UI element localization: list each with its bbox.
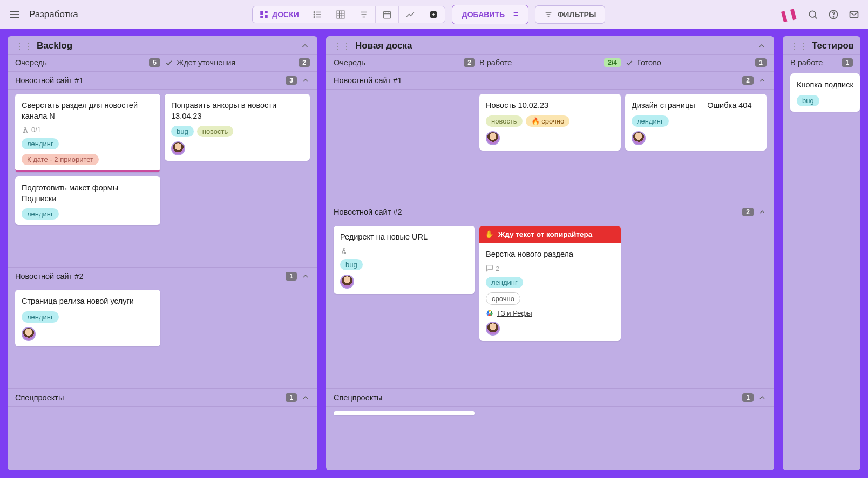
card-title: Сверстать раздел для новостей канала N bbox=[22, 100, 154, 121]
column-label: Готово bbox=[637, 58, 661, 67]
card[interactable]: Страница релиза новой услуги лендинг bbox=[15, 290, 160, 346]
card[interactable]: Поправить анкоры в новости 13.04.23 bug … bbox=[165, 94, 310, 161]
tab-more[interactable] bbox=[422, 6, 445, 23]
column-queue[interactable]: Очередь 2 bbox=[334, 58, 475, 67]
section-header[interactable]: Новостной сайт #1 2 bbox=[326, 71, 774, 90]
cards-col-queue: Сверстать раздел для новостей канала N 0… bbox=[15, 94, 160, 225]
column-label: Очередь bbox=[15, 58, 47, 67]
column-count: 2/4 bbox=[604, 58, 621, 67]
avatar bbox=[171, 141, 185, 155]
tab-list[interactable] bbox=[306, 6, 329, 23]
chevron-up-icon[interactable] bbox=[301, 393, 310, 402]
section-count: 1 bbox=[742, 393, 754, 402]
search-icon[interactable] bbox=[808, 9, 818, 20]
svg-point-34 bbox=[25, 127, 26, 128]
board-backlog: ⋮⋮ Backlog Очередь 5 Ждет уточнения 2 bbox=[8, 36, 317, 470]
tag-urgent-outline: срочно bbox=[486, 292, 520, 305]
tag-news: новость bbox=[197, 126, 234, 137]
column-inprogress[interactable]: В работе 1 bbox=[790, 58, 853, 67]
collapse-icon[interactable] bbox=[300, 41, 310, 51]
tab-boards[interactable]: ДОСКИ bbox=[253, 6, 306, 23]
drag-handle-icon[interactable]: ⋮⋮ bbox=[334, 41, 351, 51]
tags: лендинг bbox=[22, 208, 154, 220]
tab-chart[interactable] bbox=[399, 6, 422, 23]
card[interactable]: Редирект на новые URL bug bbox=[334, 226, 475, 294]
filters-label: ФИЛЬТРЫ bbox=[557, 10, 596, 19]
column-label: В работе bbox=[479, 58, 512, 67]
tags: bug bbox=[797, 95, 853, 106]
section-header[interactable]: Новостной сайт #1 3 bbox=[8, 71, 317, 90]
card[interactable]: Новость 10.02.23 новость 🔥 срочно bbox=[479, 94, 621, 151]
card-blocked[interactable]: ✋ Жду текст от копирайтера Верстка новог… bbox=[479, 226, 621, 341]
tab-table[interactable] bbox=[329, 6, 352, 23]
cards-row: Редирект на новые URL bug ✋ bbox=[326, 221, 774, 345]
subtask-indicator bbox=[340, 247, 469, 255]
board-new: ⋮⋮ Новая доска Очередь 2 В работе 2/4 Го… bbox=[326, 36, 774, 470]
columns-row: В работе 1 bbox=[783, 55, 860, 71]
section-header[interactable]: Новостной сайт #2 2 bbox=[326, 203, 774, 221]
card[interactable]: Подготовить макет формы Подписки лендинг bbox=[15, 176, 160, 225]
column-count: 1 bbox=[842, 58, 853, 67]
blocked-banner: ✋ Жду текст от копирайтера bbox=[479, 226, 621, 243]
chevron-up-icon[interactable] bbox=[758, 208, 767, 216]
chevron-up-icon[interactable] bbox=[758, 393, 767, 402]
book-icon[interactable]: ❚❚ bbox=[778, 6, 799, 23]
section-title: Спецпроекты bbox=[15, 393, 281, 402]
tags: срочно bbox=[486, 292, 614, 305]
mail-icon[interactable] bbox=[849, 9, 859, 20]
section-header[interactable]: Спецпроекты 1 bbox=[8, 388, 317, 407]
cards-row bbox=[326, 407, 774, 420]
svg-marker-41 bbox=[489, 310, 491, 312]
tag-urgent: 🔥 срочно bbox=[526, 115, 569, 127]
svg-marker-43 bbox=[486, 310, 489, 313]
chevron-up-icon[interactable] bbox=[301, 272, 310, 281]
check-icon bbox=[165, 58, 173, 67]
tab-sort[interactable] bbox=[352, 6, 376, 23]
column-inprogress[interactable]: В работе 2/4 bbox=[479, 58, 621, 67]
tags: К дате - 2 приоритет bbox=[22, 154, 154, 165]
board-scroll[interactable]: Новостной сайт #1 3 Сверстать раздел для… bbox=[8, 71, 317, 470]
cards-row: Страница релиза новой услуги лендинг bbox=[8, 285, 317, 351]
section-title: Новостной сайт #1 bbox=[334, 76, 738, 85]
subtask-indicator: 0/1 bbox=[22, 126, 154, 134]
attachment-row[interactable]: ТЗ и Рефы bbox=[486, 309, 614, 317]
filters-button[interactable]: ФИЛЬТРЫ bbox=[535, 5, 605, 24]
card-title: Подготовить макет формы Подписки bbox=[22, 183, 154, 204]
tags: лендинг bbox=[22, 311, 154, 323]
svg-point-12 bbox=[314, 16, 315, 17]
section-count: 1 bbox=[286, 272, 297, 281]
avatar bbox=[486, 131, 500, 145]
column-label: Очередь bbox=[334, 58, 365, 67]
board-scroll[interactable]: Новостной сайт #1 2 Новость 10.02.23 нов… bbox=[326, 71, 774, 470]
chevron-up-icon[interactable] bbox=[301, 76, 310, 85]
tab-calendar[interactable] bbox=[376, 6, 399, 23]
help-icon[interactable] bbox=[828, 9, 839, 20]
section-header[interactable]: Спецпроекты 1 bbox=[326, 388, 774, 407]
tags: лендинг bbox=[22, 138, 154, 149]
column-done[interactable]: Готово 1 bbox=[625, 58, 767, 67]
hamburger-menu-icon[interactable] bbox=[9, 9, 21, 21]
svg-line-30 bbox=[815, 16, 817, 18]
card[interactable]: Кнопка подписк bug bbox=[790, 73, 860, 112]
drag-handle-icon[interactable]: ⋮⋮ bbox=[15, 41, 32, 51]
gdrive-icon bbox=[486, 309, 493, 317]
collapse-icon[interactable] bbox=[757, 41, 767, 51]
tag-landing: лендинг bbox=[22, 311, 59, 323]
column-clarify[interactable]: Ждет уточнения 2 bbox=[165, 58, 310, 67]
column-count: 5 bbox=[149, 58, 160, 67]
section-header[interactable]: Новостной сайт #2 1 bbox=[8, 267, 317, 285]
board-header: ⋮⋮ Новая доска bbox=[326, 36, 774, 55]
tag-landing: лендинг bbox=[486, 277, 523, 288]
card[interactable] bbox=[334, 411, 475, 415]
board-testing: ⋮⋮ Тестирование В работе 1 Кнопка подпис… bbox=[783, 36, 860, 470]
add-button[interactable]: ДОБАВИТЬ = bbox=[452, 5, 529, 24]
drag-handle-icon[interactable]: ⋮⋮ bbox=[790, 41, 808, 51]
cards-col-clarify bbox=[165, 290, 310, 346]
add-button-label: ДОБАВИТЬ bbox=[462, 10, 505, 19]
card[interactable]: Дизайн страницы — Ошибка 404 лендинг bbox=[625, 94, 767, 151]
chevron-up-icon[interactable] bbox=[758, 76, 767, 85]
card-title: Кнопка подписк bbox=[797, 80, 853, 91]
card[interactable]: Сверстать раздел для новостей канала N 0… bbox=[15, 94, 160, 172]
column-queue[interactable]: Очередь 5 bbox=[15, 58, 160, 67]
card-title: Новость 10.02.23 bbox=[486, 100, 614, 111]
